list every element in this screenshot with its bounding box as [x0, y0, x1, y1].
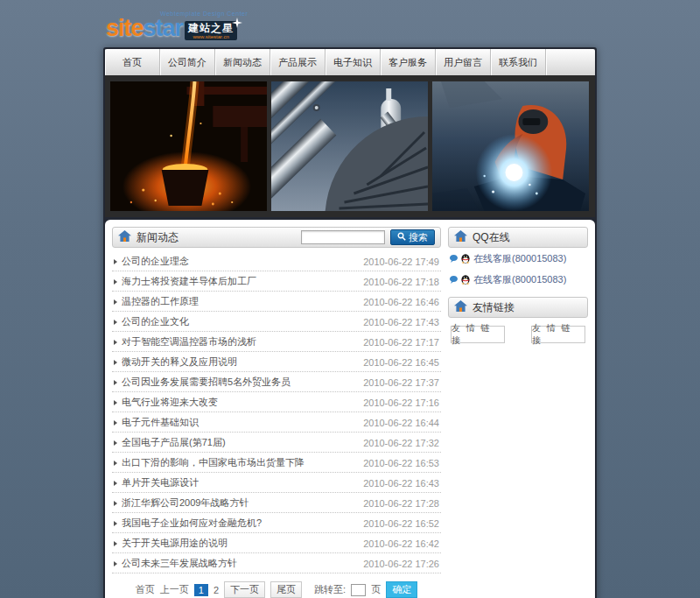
news-item-title: 我国电子企业如何应对金融危机? — [122, 517, 356, 530]
pager-jump-input[interactable] — [351, 584, 366, 596]
news-list-item[interactable]: 全国电子产品展(第71届) 2010-06-22 17:32 — [112, 433, 441, 453]
news-list-item[interactable]: 公司的企业理念 2010-06-22 17:49 — [112, 251, 441, 271]
news-item-title: 浙江华辉公司2009年战略方针 — [122, 496, 356, 510]
nav-item[interactable]: 电子知识 — [326, 49, 381, 75]
news-list-item[interactable]: 海力士将投资建半导体后加工厂 2010-06-22 17:18 — [112, 271, 441, 292]
news-item-title: 出口下滑的影响，中国家电市场出货量下降 — [122, 456, 356, 469]
pager-next[interactable]: 下一页 — [224, 581, 265, 598]
news-item-title: 公司的企业理念 — [122, 255, 356, 268]
bullet-arrow-icon — [114, 320, 117, 325]
news-list-item[interactable]: 公司未来三年发展战略方针 2010-06-22 17:26 — [112, 553, 441, 573]
news-item-date: 2010-06-22 17:18 — [363, 277, 439, 287]
nav-item[interactable]: 新闻动态 — [215, 49, 270, 75]
news-item-title: 海力士将投资建半导体后加工厂 — [122, 275, 356, 288]
news-list-item[interactable]: 电气行业将迎来大改变 2010-06-22 17:16 — [112, 392, 441, 412]
news-item-date: 2010-06-22 17:43 — [363, 317, 439, 327]
pager-page-1-active[interactable]: 1 — [194, 584, 208, 596]
qq-service-link[interactable]: 在线客服(800015083) — [448, 248, 588, 269]
banner-photo-foundry — [110, 81, 267, 211]
news-list-item[interactable]: 关于开关电源用途的说明 2010-06-22 16:42 — [112, 533, 441, 553]
pager-first[interactable]: 首页 — [136, 583, 155, 596]
news-item-date: 2010-06-22 17:32 — [363, 438, 439, 448]
nav-item[interactable]: 客户服务 — [381, 49, 436, 75]
pager-prev[interactable]: 上一页 — [160, 583, 189, 596]
bullet-arrow-icon — [114, 420, 117, 426]
page: Webtemplate Design Center sitestar 建站之星 … — [103, 7, 597, 598]
qq-penguin-icon — [460, 274, 471, 286]
qq-service-link[interactable]: 在线客服(800015083) — [448, 269, 588, 290]
news-list-item[interactable]: 浙江华辉公司2009年战略方针 2010-06-22 17:28 — [112, 493, 441, 513]
friend-link[interactable]: 友 情 链 接 — [451, 326, 505, 343]
logo-wordmark: sitestar — [106, 17, 183, 40]
logo-badge-text: 建站之星 — [188, 23, 234, 33]
news-item-date: 2010-06-22 17:17 — [363, 337, 439, 348]
pager-confirm-button[interactable]: 确定 — [386, 581, 417, 598]
sidebar: QQ在线 在线客服(800015083) — [448, 227, 588, 598]
news-item-title: 对于智能空调温控器市场的浅析 — [122, 335, 356, 348]
news-item-date: 2010-06-22 16:46 — [363, 297, 439, 307]
news-list-item[interactable]: 对于智能空调温控器市场的浅析 2010-06-22 17:17 — [112, 332, 441, 352]
news-item-date: 2010-06-22 17:26 — [363, 559, 439, 569]
news-section: 新闻动态 搜索 公司的企业理念 — [112, 227, 441, 598]
news-item-date: 2010-06-22 16:43 — [363, 478, 439, 489]
home-icon — [118, 229, 131, 245]
nav-item[interactable]: 公司简介 — [160, 49, 215, 75]
friend-links: 友 情 链 接 友 情 链 接 — [448, 318, 588, 343]
news-list-item[interactable]: 出口下滑的影响，中国家电市场出货量下降 2010-06-22 16:53 — [112, 453, 441, 473]
news-item-date: 2010-06-22 16:42 — [363, 538, 439, 549]
news-item-title: 全国电子产品展(第71届) — [122, 436, 356, 449]
bullet-arrow-icon — [114, 440, 117, 446]
news-item-date: 2010-06-22 17:28 — [363, 498, 439, 509]
nav-item[interactable]: 联系我们 — [491, 49, 546, 75]
bullet-arrow-icon — [114, 521, 117, 526]
bullet-arrow-icon — [114, 541, 117, 546]
news-item-date: 2010-06-22 17:49 — [363, 257, 439, 267]
pager-jump-label: 跳转至: — [314, 583, 346, 596]
search-button[interactable]: 搜索 — [390, 229, 435, 245]
news-item-title: 公司未来三年发展战略方针 — [122, 557, 356, 570]
news-item-title: 公司因业务发展需要招聘5名外贸业务员 — [122, 376, 356, 389]
nav-item[interactable]: 首页 — [105, 49, 160, 75]
bullet-arrow-icon — [114, 360, 117, 365]
pagination: 首页 上一页 1 2 下一页 尾页 跳转至: 页 确定 — [112, 581, 441, 598]
content-panel: 新闻动态 搜索 公司的企业理念 — [105, 220, 595, 598]
logo-badge: 建站之星 www.sitestar.cn — [185, 21, 237, 40]
home-icon — [454, 299, 467, 315]
news-item-title: 电子元件基础知识 — [122, 416, 356, 429]
nav-item[interactable]: 产品展示 — [270, 49, 326, 75]
logo-badge-url: www.sitestar.cn — [188, 34, 234, 39]
qq-service-label: 在线客服(800015083) — [473, 273, 566, 286]
bullet-arrow-icon — [114, 299, 117, 305]
chat-bubble-icon — [450, 275, 458, 285]
news-list-item[interactable]: 电子元件基础知识 2010-06-22 16:44 — [112, 412, 441, 433]
news-list-item[interactable]: 单片开关电源设计 2010-06-22 16:43 — [112, 473, 441, 493]
sparkle-icon — [232, 17, 242, 31]
news-item-title: 公司的企业文化 — [122, 315, 356, 328]
pager-page-2[interactable]: 2 — [214, 585, 219, 595]
news-list-item[interactable]: 我国电子企业如何应对金融危机? 2010-06-22 16:52 — [112, 513, 441, 533]
news-list: 公司的企业理念 2010-06-22 17:49 海力士将投资建半导体后加工厂 … — [112, 251, 441, 573]
header: Webtemplate Design Center sitestar 建站之星 … — [103, 7, 597, 47]
news-item-title: 电气行业将迎来大改变 — [122, 396, 356, 409]
pager-last[interactable]: 尾页 — [270, 581, 302, 598]
news-list-item[interactable]: 温控器的工作原理 2010-06-22 16:46 — [112, 292, 441, 312]
bullet-arrow-icon — [114, 481, 117, 486]
news-item-title: 温控器的工作原理 — [122, 295, 356, 308]
chat-bubble-icon — [450, 254, 458, 264]
search-icon — [397, 232, 406, 243]
news-list-item[interactable]: 公司的企业文化 2010-06-22 17:43 — [112, 312, 441, 332]
links-section-title: 友情链接 — [472, 300, 514, 315]
nav-item[interactable]: 用户留言 — [436, 49, 491, 75]
search-input[interactable] — [301, 230, 385, 244]
bullet-arrow-icon — [114, 279, 117, 285]
news-list-item[interactable]: 公司因业务发展需要招聘5名外贸业务员 2010-06-22 17:37 — [112, 372, 441, 392]
news-item-date: 2010-06-22 17:37 — [363, 377, 439, 388]
qq-header-bar: QQ在线 — [448, 227, 588, 248]
friend-link[interactable]: 友 情 链 接 — [531, 326, 585, 343]
site-logo[interactable]: Webtemplate Design Center sitestar 建站之星 … — [106, 11, 248, 40]
news-list-item[interactable]: 微动开关的释义及应用说明 2010-06-22 16:45 — [112, 352, 441, 372]
banner — [105, 75, 595, 217]
home-icon — [454, 229, 467, 245]
news-item-title: 单片开关电源设计 — [122, 476, 356, 489]
bullet-arrow-icon — [114, 340, 117, 345]
